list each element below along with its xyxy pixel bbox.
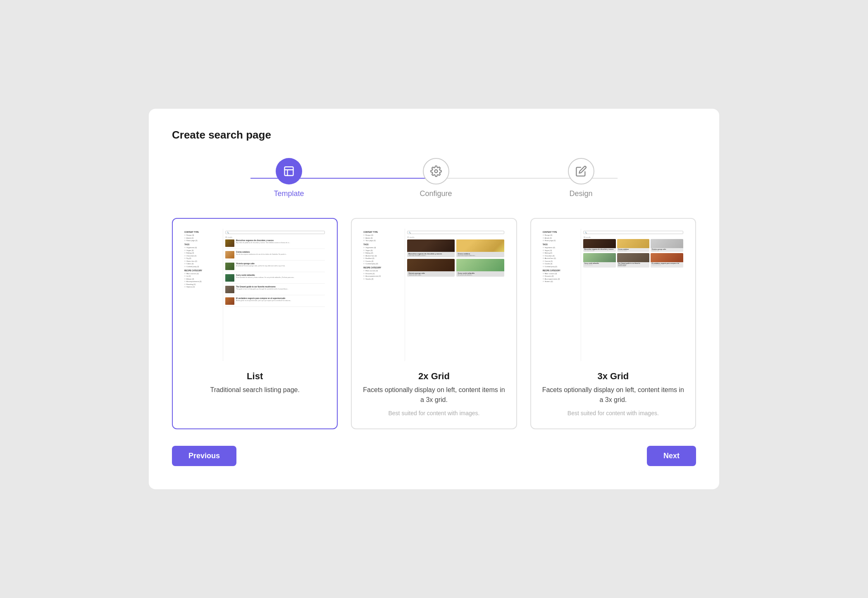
card-3x-grid-preview: CONTENT TYPE Recipe (3) Article (2) Reac… — [541, 229, 685, 361]
stepper: Template Configure — [172, 158, 696, 198]
card-3x-grid-title: 3x Grid — [597, 371, 629, 382]
card-list-desc: Traditional search listing page. — [210, 385, 299, 395]
page-title: Create search page — [172, 129, 696, 141]
card-2x-grid-note: Best suited for content with images. — [388, 410, 479, 416]
previous-button[interactable]: Previous — [172, 446, 236, 466]
card-list-preview: CONTENT TYPE Recipe (3) Article (2) Reac… — [183, 229, 327, 361]
card-2x-grid-desc: Facets optionally display on left, conte… — [362, 385, 506, 405]
card-list-title: List — [247, 371, 263, 382]
step-design-label: Design — [570, 189, 593, 198]
step-template-label: Template — [274, 189, 304, 198]
card-2x-grid-preview: CONTENT TYPE Recipe (3) Article (2) Taco… — [362, 229, 506, 361]
card-list[interactable]: CONTENT TYPE Recipe (3) Article (2) Reac… — [172, 218, 338, 429]
step-configure-label: Configure — [420, 189, 452, 198]
footer: Previous Next — [172, 446, 696, 466]
step-configure-circle — [423, 158, 449, 184]
next-button[interactable]: Next — [647, 446, 696, 466]
card-3x-grid-note: Best suited for content with images. — [568, 410, 659, 416]
cards-row: CONTENT TYPE Recipe (3) Article (2) Reac… — [172, 218, 696, 429]
stepper-steps: Template Configure — [274, 158, 594, 198]
card-2x-grid-title: 2x Grid — [418, 371, 450, 382]
card-3x-grid-desc: Facets optionally display on left, conte… — [541, 385, 685, 405]
modal-container: Create search page Template — [149, 109, 719, 489]
step-design[interactable]: Design — [568, 158, 594, 198]
step-configure[interactable]: Configure — [420, 158, 452, 198]
step-design-circle — [568, 158, 594, 184]
step-template-circle — [276, 158, 302, 184]
card-3x-grid[interactable]: CONTENT TYPE Recipe (3) Article (2) Reac… — [530, 218, 696, 429]
svg-point-1 — [434, 170, 437, 173]
svg-rect-0 — [284, 167, 293, 176]
card-2x-grid[interactable]: CONTENT TYPE Recipe (3) Article (2) Taco… — [351, 218, 517, 429]
step-template[interactable]: Template — [274, 158, 304, 198]
